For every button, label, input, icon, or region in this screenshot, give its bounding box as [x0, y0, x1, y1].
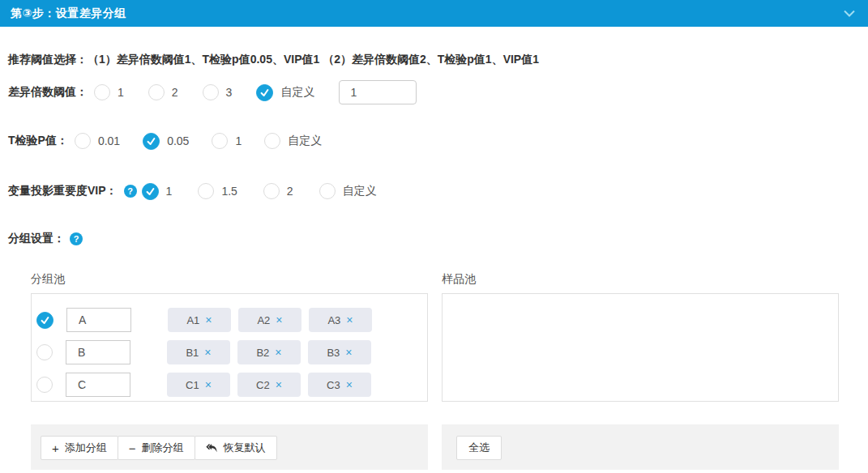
group-b-name-input[interactable]: [66, 340, 130, 364]
restore-default-button[interactable]: 恢复默认: [195, 436, 277, 460]
chevron-down-icon: [844, 10, 855, 17]
vip-help-icon[interactable]: ?: [124, 185, 137, 198]
sample-tag[interactable]: C1 ×: [167, 373, 230, 397]
radio-label: 2: [287, 185, 293, 198]
p-value-option-0.01[interactable]: 0.01: [75, 133, 120, 149]
radio-label: 1: [118, 86, 124, 99]
sample-pool-box: [442, 293, 839, 402]
group-settings-label: 分组设置：: [8, 232, 65, 246]
sample-pool-column: 样品池 全选: [442, 272, 839, 470]
radio-label: 自定义: [288, 134, 322, 148]
select-all-button[interactable]: 全选: [456, 436, 502, 460]
p-value-row: T检验P值： 0.01 0.05 1 自定义: [8, 129, 868, 153]
group-settings-help-icon[interactable]: ?: [70, 232, 83, 245]
collapse-button[interactable]: [844, 10, 855, 17]
sample-tag[interactable]: C2 ×: [237, 373, 301, 397]
radio-label: 自定义: [343, 184, 377, 198]
group-c-radio[interactable]: [36, 377, 53, 393]
sample-tag-label: B3: [327, 347, 340, 359]
p-value-option-0.05[interactable]: 0.05: [143, 133, 189, 150]
close-icon[interactable]: ×: [205, 314, 212, 326]
close-icon[interactable]: ×: [204, 347, 211, 358]
radio-icon: [36, 377, 53, 393]
check-icon: [259, 87, 270, 98]
group-row-c: C1 × C2 × C3 ×: [36, 373, 427, 397]
group-b-radio[interactable]: [36, 344, 53, 360]
sample-tag[interactable]: A1 ×: [168, 308, 231, 332]
sample-tag-label: C2: [256, 379, 270, 391]
close-icon[interactable]: ×: [346, 314, 353, 326]
group-c-name-input[interactable]: [66, 373, 130, 397]
vip-row: 变量投影重要度VIP： ? 1 1.5 2 自定义: [8, 179, 868, 203]
radio-icon: [203, 84, 219, 100]
group-row-a: A1 × A2 × A3 ×: [36, 308, 427, 332]
check-icon: [145, 186, 156, 197]
add-group-label: 添加分组: [65, 441, 107, 455]
radio-label: 3: [226, 86, 233, 99]
fold-change-option-2[interactable]: 2: [148, 84, 178, 100]
sample-tag-label: C1: [186, 379, 199, 391]
p-value-option-custom[interactable]: 自定义: [264, 133, 322, 149]
radio-label: 0.01: [98, 134, 120, 147]
remove-group-button[interactable]: − 删除分组: [118, 436, 195, 460]
vip-option-custom[interactable]: 自定义: [319, 183, 377, 199]
vip-label: 变量投影重要度VIP：: [8, 184, 118, 198]
sample-tag[interactable]: B1 ×: [167, 340, 230, 364]
sample-tag[interactable]: A2 ×: [238, 308, 301, 332]
group-pool-column: 分组池 A1 ×: [31, 272, 428, 470]
close-icon[interactable]: ×: [275, 347, 281, 358]
radio-label: 1.5: [221, 185, 237, 198]
vip-option-1.5[interactable]: 1.5: [198, 183, 237, 199]
sample-tag-label: A1: [186, 314, 199, 326]
sample-tag[interactable]: A3 ×: [309, 308, 372, 332]
group-a-samples: A1 × A2 × A3 ×: [168, 308, 372, 332]
fold-change-custom-input[interactable]: [339, 80, 417, 104]
vip-option-2[interactable]: 2: [263, 183, 293, 199]
check-icon: [40, 315, 50, 326]
radio-checked-icon: [142, 183, 159, 200]
radio-label: 2: [172, 86, 178, 99]
select-all-label: 全选: [468, 441, 490, 455]
group-pool-title: 分组池: [31, 272, 428, 286]
vip-option-1[interactable]: 1: [142, 183, 173, 200]
sample-tag[interactable]: B3 ×: [308, 340, 371, 364]
fold-change-row: 差异倍数阈值： 1 2 3 自定义: [8, 80, 868, 104]
add-group-button[interactable]: + 添加分组: [41, 436, 118, 460]
radio-label: 1: [166, 185, 173, 198]
sample-pool-footer: 全选: [442, 424, 839, 470]
plus-icon: +: [52, 441, 59, 455]
panel-content: 推荐阈值选择：（1）差异倍数阈值1、T检验p值0.05、VIP值1 （2）差异倍…: [0, 53, 868, 470]
step-panel-header: 第③步：设置差异分组: [0, 0, 868, 27]
remove-group-label: 删除分组: [142, 441, 184, 455]
radio-label: 1: [235, 134, 242, 147]
sample-tag-label: A2: [257, 314, 270, 326]
page-title: 第③步：设置差异分组: [11, 6, 126, 21]
close-icon[interactable]: ×: [345, 347, 352, 358]
radio-icon: [319, 183, 336, 199]
fold-change-option-1[interactable]: 1: [94, 84, 124, 100]
close-icon[interactable]: ×: [205, 379, 212, 390]
fold-change-option-custom[interactable]: 自定义: [256, 84, 314, 101]
sample-tag[interactable]: C3 ×: [308, 373, 371, 397]
radio-label: 0.05: [167, 134, 189, 147]
restore-default-label: 恢复默认: [224, 441, 266, 455]
sample-pool-title: 样品池: [442, 272, 839, 286]
undo-icon: [206, 443, 218, 454]
group-a-name-input[interactable]: [66, 308, 131, 332]
radio-checked-icon: [36, 312, 53, 329]
sample-tag-label: A3: [327, 314, 340, 326]
close-icon[interactable]: ×: [276, 314, 282, 326]
radio-icon: [75, 133, 91, 149]
close-icon[interactable]: ×: [346, 379, 353, 390]
minus-icon: −: [129, 441, 136, 455]
close-icon[interactable]: ×: [276, 379, 282, 390]
fold-change-option-3[interactable]: 3: [203, 84, 233, 100]
radio-icon: [264, 133, 280, 149]
group-row-b: B1 × B2 × B3 ×: [36, 340, 427, 364]
sample-tag[interactable]: B2 ×: [237, 340, 301, 364]
recommended-thresholds-text: 推荐阈值选择：（1）差异倍数阈值1、T检验p值0.05、VIP值1 （2）差异倍…: [8, 53, 868, 66]
p-value-option-1[interactable]: 1: [212, 133, 242, 149]
group-a-radio[interactable]: [36, 312, 53, 329]
check-icon: [146, 136, 156, 147]
group-pool-footer: + 添加分组 − 删除分组 恢复默认: [31, 424, 428, 470]
